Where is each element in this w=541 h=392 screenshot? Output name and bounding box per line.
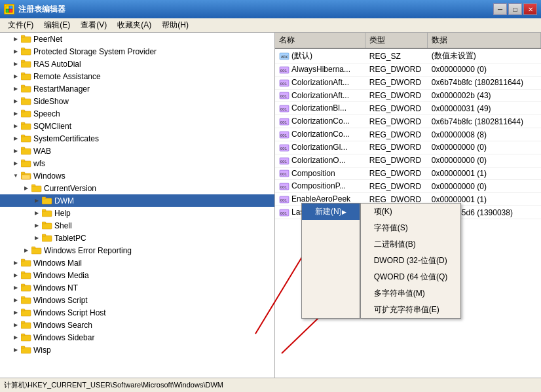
cell-data: 0x00000031 (49)	[428, 102, 541, 115]
submenu-item-4[interactable]: QWORD (64 位值(Q)	[361, 269, 461, 285]
tree-item-windowsSidebar[interactable]: ▶ Windows Sidebar	[0, 331, 274, 344]
tree-toggle-windowsMedia[interactable]: ▶	[10, 270, 21, 281]
submenu-item-1[interactable]: 字符值(S)	[361, 220, 461, 236]
cell-type: REG_DWORD	[365, 63, 428, 77]
submenu-item-0[interactable]: 项(K)	[361, 204, 461, 220]
tree-item-currentVersion[interactable]: ▶ CurrentVersion	[0, 182, 274, 194]
tree-item-windowsNT[interactable]: ▶ Windows NT	[0, 281, 274, 294]
tree-toggle-wab[interactable]: ▶	[10, 146, 21, 156]
tree-item-wab[interactable]: ▶ WAB	[0, 145, 274, 157]
svg-text:001: 001	[280, 211, 288, 215]
menu-item-h[interactable]: 帮助(H)	[157, 18, 194, 32]
menu-item-v[interactable]: 查看(V)	[75, 18, 112, 32]
tree-toggle-sideShow[interactable]: ▶	[10, 96, 21, 107]
tree-item-wfs[interactable]: ▶ wfs	[0, 157, 274, 169]
tree-label-windowsSearch: Windows Search	[33, 321, 92, 330]
tree-toggle-windowsNT[interactable]: ▶	[10, 283, 21, 293]
tree-item-windows[interactable]: ▼ Windows	[0, 169, 274, 182]
tree-item-systemCerts[interactable]: ▶ SystemCertificates	[0, 132, 274, 145]
tree-item-shell[interactable]: ▶ Shell	[0, 219, 274, 232]
context-menu-new[interactable]: 新建(N)▶	[302, 204, 360, 220]
cell-data: 0x00000000 (0)	[428, 180, 541, 193]
tree-toggle-help[interactable]: ▶	[31, 208, 42, 219]
tree-toggle-windowsMail[interactable]: ▶	[10, 258, 21, 268]
menu-item-e[interactable]: 编辑(E)	[39, 18, 75, 32]
tree-item-restartManager[interactable]: ▶ RestartManager	[0, 82, 274, 95]
tree-toggle-windowsScriptHost[interactable]: ▶	[10, 308, 21, 318]
tree-toggle-sqmClient[interactable]: ▶	[10, 121, 21, 132]
context-menu-container: 新建(N)▶项(K)字符值(S)二进制值(B)DWORD (32-位值(D)QW…	[301, 203, 461, 319]
folder-icon-windowsErrorReporting	[31, 246, 42, 255]
tree-item-windowsScript[interactable]: ▶ Windows Script	[0, 294, 274, 306]
tree-toggle-windowsSearch[interactable]: ▶	[10, 320, 21, 330]
tree-item-remoteAssistance[interactable]: ▶ Remote Assistance	[0, 70, 274, 82]
minimize-button[interactable]: ─	[493, 3, 507, 15]
svg-text:001: 001	[280, 107, 288, 111]
tree-panel[interactable]: ▶ PeerNet▶ Protected Storage System Prov…	[0, 33, 275, 378]
cell-name: ColorizationO...	[291, 156, 346, 165]
col-header-name[interactable]: 名称	[275, 33, 365, 48]
tree-item-rasAutoDial[interactable]: ▶ RAS AutoDial	[0, 58, 274, 70]
tree-item-help[interactable]: ▶ Help	[0, 207, 274, 219]
table-row[interactable]: 001 ColorizationBl...REG_DWORD0x00000031…	[275, 102, 541, 115]
tree-item-peerNet[interactable]: ▶ PeerNet	[0, 33, 274, 45]
tree-toggle-protectedStorage[interactable]: ▶	[10, 46, 21, 57]
tree-item-windowsMedia[interactable]: ▶ Windows Media	[0, 269, 274, 281]
maximize-button[interactable]: □	[508, 3, 522, 15]
tree-item-windowsMail[interactable]: ▶ Windows Mail	[0, 257, 274, 269]
menu-item-a[interactable]: 收藏夹(A)	[112, 18, 157, 32]
tree-item-windowsScriptHost[interactable]: ▶ Windows Script Host	[0, 306, 274, 319]
tree-item-tabletPc[interactable]: ▶ TabletPC	[0, 232, 274, 244]
menu-item-f[interactable]: 文件(F)	[3, 18, 39, 32]
tree-item-windowsErrorReporting[interactable]: ▶ Windows Error Reporting	[0, 244, 274, 257]
tree-label-windowsScriptHost: Windows Script Host	[33, 308, 106, 317]
tree-toggle-systemCerts[interactable]: ▶	[10, 134, 21, 144]
table-row[interactable]: abc (默认)REG_SZ(数值未设置)	[275, 48, 541, 63]
table-row[interactable]: 001 ColorizationO...REG_DWORD0x00000000 …	[275, 154, 541, 167]
folder-icon-windowsScript	[21, 296, 31, 305]
tree-toggle-shell[interactable]: ▶	[31, 221, 42, 231]
tree-toggle-restartManager[interactable]: ▶	[10, 84, 21, 94]
table-row[interactable]: 001 ColorizationCo...REG_DWORD0x6b74b8fc…	[275, 115, 541, 128]
submenu-item-2[interactable]: 二进制值(B)	[361, 236, 461, 253]
submenu-item-3[interactable]: DWORD (32-位值(D)	[361, 253, 461, 269]
tree-item-sideShow[interactable]: ▶ SideShow	[0, 95, 274, 107]
tree-item-speech[interactable]: ▶ Speech	[0, 107, 274, 120]
tree-item-dwm[interactable]: ▶ DWM	[0, 194, 274, 207]
tree-toggle-currentVersion[interactable]: ▶	[21, 183, 31, 194]
tree-item-wisp[interactable]: ▶ Wisp	[0, 344, 274, 356]
table-row[interactable]: 001 AlwaysHiberna...REG_DWORD0x00000000 …	[275, 63, 541, 77]
tree-toggle-windows[interactable]: ▼	[10, 171, 21, 181]
tree-item-windowsSearch[interactable]: ▶ Windows Search	[0, 319, 274, 331]
tree-label-windowsMail: Windows Mail	[33, 258, 82, 268]
tree-toggle-wisp[interactable]: ▶	[10, 345, 21, 355]
cell-name: ColorizationAft...	[291, 78, 349, 87]
table-row[interactable]: 001 ColorizationCo...REG_DWORD0x00000008…	[275, 128, 541, 141]
tree-toggle-tabletPc[interactable]: ▶	[31, 233, 42, 243]
submenu-item-6[interactable]: 可扩充字符串值(E)	[361, 302, 461, 318]
tree-toggle-remoteAssistance[interactable]: ▶	[10, 71, 21, 82]
table-row[interactable]: 001 ColorizationAft...REG_DWORD0x6b74b8f…	[275, 76, 541, 89]
folder-icon-sqmClient	[21, 122, 31, 131]
tree-toggle-windowsErrorReporting[interactable]: ▶	[21, 245, 31, 256]
tree-toggle-windowsScript[interactable]: ▶	[10, 295, 21, 306]
svg-rect-53	[21, 335, 31, 341]
tree-toggle-windowsSidebar[interactable]: ▶	[10, 332, 21, 343]
close-button[interactable]: ✕	[523, 3, 537, 15]
table-row[interactable]: 001 CompositionP...REG_DWORD0x00000000 (…	[275, 180, 541, 193]
tree-toggle-rasAutoDial[interactable]: ▶	[10, 59, 21, 69]
tree-toggle-dwm[interactable]: ▶	[31, 196, 42, 206]
tree-toggle-peerNet[interactable]: ▶	[10, 34, 21, 45]
table-row[interactable]: 001 CompositionREG_DWORD0x00000001 (1)	[275, 167, 541, 180]
tree-item-protectedStorage[interactable]: ▶ Protected Storage System Provider	[0, 45, 274, 58]
table-row[interactable]: 001 ColorizationAft...REG_DWORD0x0000002…	[275, 89, 541, 102]
svg-text:001: 001	[280, 185, 288, 189]
tree-toggle-wfs[interactable]: ▶	[10, 158, 21, 169]
main-context-menu: 新建(N)▶	[301, 203, 360, 319]
table-row[interactable]: 001 ColorizationGl...REG_DWORD0x00000000…	[275, 141, 541, 154]
tree-toggle-speech[interactable]: ▶	[10, 109, 21, 119]
col-header-type[interactable]: 类型	[365, 33, 428, 48]
submenu-item-5[interactable]: 多字符串值(M)	[361, 285, 461, 302]
col-header-data[interactable]: 数据	[428, 33, 541, 48]
tree-item-sqmClient[interactable]: ▶ SQMClient	[0, 120, 274, 132]
